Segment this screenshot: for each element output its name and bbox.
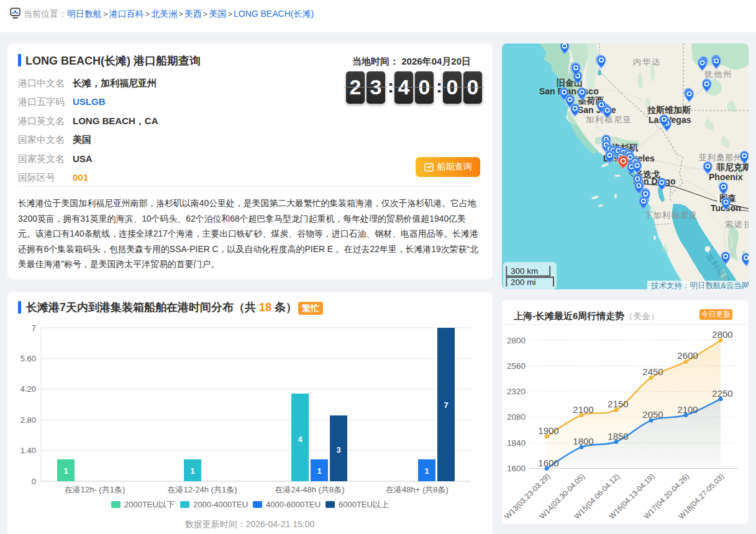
svg-text:亚利桑那州: 亚利桑那州 bbox=[699, 153, 742, 162]
svg-text:4.20: 4.20 bbox=[20, 384, 36, 394]
svg-text:3: 3 bbox=[336, 445, 340, 455]
svg-text:1: 1 bbox=[317, 466, 321, 476]
svg-text:拉斯维加斯: 拉斯维加斯 bbox=[647, 105, 691, 115]
svg-text:San Francisco: San Francisco bbox=[539, 86, 599, 96]
svg-text:菲尼克斯: 菲尼克斯 bbox=[716, 162, 749, 172]
svg-text:2320: 2320 bbox=[507, 387, 526, 396]
svg-text:下加利福尼亚: 下加利福尼亚 bbox=[644, 210, 698, 220]
svg-text:索诺拉: 索诺拉 bbox=[725, 220, 749, 229]
svg-text:2000-4000TEU: 2000-4000TEU bbox=[193, 500, 248, 509]
svg-text:在港12h- (共1条): 在港12h- (共1条) bbox=[65, 485, 125, 494]
svg-text:1600: 1600 bbox=[538, 458, 558, 468]
svg-text:2800: 2800 bbox=[507, 336, 526, 345]
svg-text:1850: 1850 bbox=[608, 431, 628, 441]
svg-text:7: 7 bbox=[444, 400, 448, 410]
svg-text:在港48h+ (共8条): 在港48h+ (共8条) bbox=[386, 485, 449, 494]
svg-text:2250: 2250 bbox=[712, 388, 732, 399]
svg-text:内华达: 内华达 bbox=[633, 57, 661, 66]
svg-text:7: 7 bbox=[32, 324, 36, 333]
svg-text:2450: 2450 bbox=[642, 366, 663, 377]
svg-text:2150: 2150 bbox=[608, 399, 628, 409]
svg-text:2600: 2600 bbox=[677, 350, 698, 361]
svg-text:1840: 1840 bbox=[507, 438, 526, 448]
svg-text:1800: 1800 bbox=[573, 436, 593, 446]
svg-text:200 mi: 200 mi bbox=[511, 278, 536, 287]
svg-text:犹他州: 犹他州 bbox=[704, 70, 732, 79]
svg-text:2100: 2100 bbox=[573, 404, 593, 415]
svg-text:4: 4 bbox=[298, 435, 303, 444]
svg-text:2080: 2080 bbox=[507, 412, 526, 422]
svg-text:0: 0 bbox=[32, 477, 36, 486]
svg-text:1: 1 bbox=[424, 466, 429, 476]
svg-text:6000TEU以上: 6000TEU以上 bbox=[339, 500, 389, 509]
svg-text:2100: 2100 bbox=[677, 404, 698, 415]
svg-text:Phoenix: Phoenix bbox=[709, 172, 743, 182]
svg-text:2560: 2560 bbox=[507, 361, 526, 371]
svg-text:2.80: 2.80 bbox=[20, 415, 36, 425]
svg-text:2800: 2800 bbox=[712, 329, 732, 340]
svg-text:4000-6000TEU: 4000-6000TEU bbox=[266, 500, 321, 509]
svg-text:1: 1 bbox=[190, 466, 194, 476]
svg-text:1.40: 1.40 bbox=[20, 446, 36, 455]
svg-text:2050: 2050 bbox=[642, 409, 663, 420]
svg-text:技术支持：明日数航&云当网: 技术支持：明日数航&云当网 bbox=[650, 281, 749, 289]
svg-text:2000TEU以下: 2000TEU以下 bbox=[124, 500, 175, 509]
svg-text:在港24-48h (共8条): 在港24-48h (共8条) bbox=[275, 485, 345, 494]
svg-text:在港12-24h (共1条): 在港12-24h (共1条) bbox=[168, 485, 237, 494]
svg-text:1600: 1600 bbox=[507, 464, 526, 473]
svg-text:5.60: 5.60 bbox=[20, 354, 36, 363]
svg-text:1: 1 bbox=[63, 466, 68, 476]
svg-text:300 km: 300 km bbox=[511, 266, 538, 276]
svg-text:数据更新时间：2026-04-21 15:00: 数据更新时间：2026-04-21 15:00 bbox=[185, 519, 315, 529]
svg-text:1900: 1900 bbox=[538, 425, 558, 436]
